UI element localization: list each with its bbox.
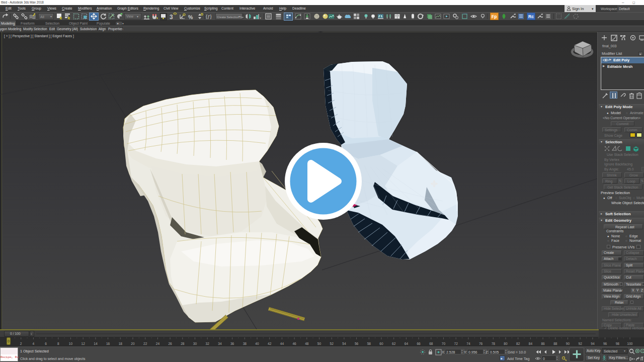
svg-text:28: 28 — [181, 342, 185, 345]
svg-text:20: 20 — [131, 342, 135, 345]
svg-text:50: 50 — [317, 342, 321, 345]
svg-text:26: 26 — [168, 342, 172, 345]
svg-text:22: 22 — [143, 342, 147, 345]
svg-text:64: 64 — [405, 342, 409, 345]
svg-text:40: 40 — [255, 342, 259, 345]
svg-text:48: 48 — [305, 342, 309, 345]
svg-text:36: 36 — [230, 342, 234, 345]
svg-text:38: 38 — [243, 342, 247, 345]
svg-text:6: 6 — [45, 342, 47, 345]
svg-text:94: 94 — [591, 342, 595, 345]
svg-text:72: 72 — [454, 342, 458, 345]
svg-text:24: 24 — [156, 342, 160, 345]
svg-text:60: 60 — [379, 342, 383, 345]
svg-text:8: 8 — [57, 342, 59, 345]
svg-text:16: 16 — [106, 342, 110, 345]
svg-text:52: 52 — [330, 342, 334, 345]
svg-text:18: 18 — [119, 342, 123, 345]
svg-text:98: 98 — [616, 342, 620, 345]
svg-text:58: 58 — [367, 342, 371, 345]
svg-text:78: 78 — [492, 342, 496, 345]
svg-text:34: 34 — [218, 342, 222, 345]
svg-text:92: 92 — [579, 342, 583, 345]
svg-text:44: 44 — [280, 342, 284, 345]
svg-text:56: 56 — [355, 342, 359, 345]
svg-text:70: 70 — [442, 342, 446, 345]
svg-text:84: 84 — [529, 342, 533, 345]
svg-text:86: 86 — [541, 342, 545, 345]
svg-text:66: 66 — [417, 342, 421, 345]
svg-text:42: 42 — [268, 342, 272, 345]
svg-text:88: 88 — [553, 342, 557, 345]
svg-text:10: 10 — [69, 342, 73, 345]
svg-text:54: 54 — [342, 342, 346, 345]
svg-text:12: 12 — [82, 342, 86, 345]
svg-text:2: 2 — [20, 342, 22, 345]
svg-text:90: 90 — [566, 342, 570, 345]
svg-text:68: 68 — [429, 342, 433, 345]
svg-text:32: 32 — [206, 342, 210, 345]
svg-text:96: 96 — [603, 342, 607, 345]
svg-text:76: 76 — [479, 342, 483, 345]
svg-text:30: 30 — [193, 342, 197, 345]
svg-text:74: 74 — [466, 342, 470, 345]
svg-text:46: 46 — [292, 342, 296, 345]
svg-text:80: 80 — [504, 342, 508, 345]
svg-text:100: 100 — [627, 342, 632, 345]
svg-text:4: 4 — [33, 342, 35, 345]
svg-text:62: 62 — [392, 342, 396, 345]
svg-text:82: 82 — [516, 342, 520, 345]
svg-text:14: 14 — [94, 342, 98, 345]
